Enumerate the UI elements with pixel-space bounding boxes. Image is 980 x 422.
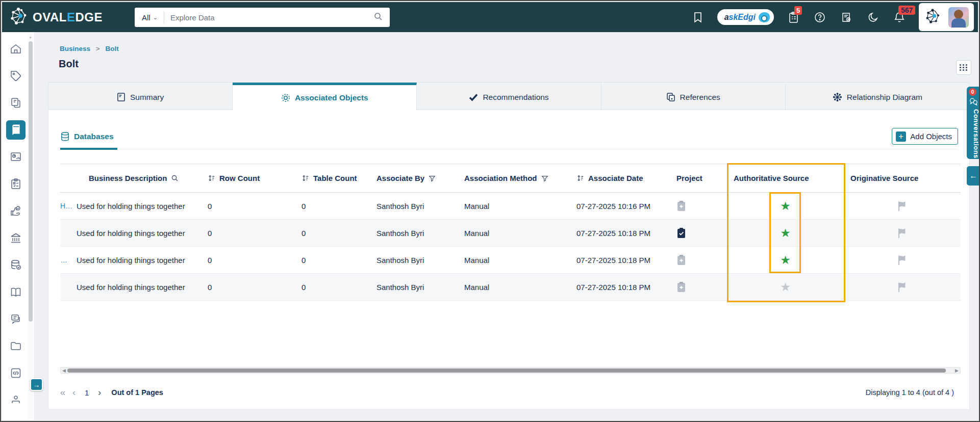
cell-association-method: Manual (458, 256, 570, 265)
authoritative-star-icon[interactable]: ★ (780, 281, 791, 293)
tab-recommendations[interactable]: Recommendations (417, 83, 601, 110)
sort-icon[interactable] (301, 174, 309, 182)
authoritative-star-icon[interactable]: ★ (780, 227, 791, 239)
first-page-button[interactable]: « (60, 388, 65, 397)
cell-associate-by: Santhosh Byri (370, 283, 458, 292)
brand-logo[interactable]: OVALEDGE (2, 6, 130, 29)
search-icon[interactable] (373, 12, 383, 23)
sidebar-item-lineage[interactable] (6, 390, 26, 410)
nine-dots-menu-button[interactable] (956, 60, 971, 75)
left-sidebar: ▲ (2, 32, 35, 420)
cell-associate-date: 07-27-2025 10:18 PM (570, 283, 670, 292)
ovaledge-mark-icon (8, 6, 29, 29)
filter-icon[interactable] (541, 175, 548, 182)
askedgi-button[interactable]: askEdgi (717, 9, 774, 25)
scroll-right-icon[interactable]: ▶ (955, 367, 959, 374)
header-originative-source[interactable]: Originative Source (844, 174, 961, 182)
header-project[interactable]: Project (670, 174, 727, 182)
cell-associate-date: 07-27-2025 10:18 PM (570, 256, 670, 265)
global-search: All⌄ (135, 8, 390, 27)
sidebar-item-projects[interactable] (6, 174, 26, 194)
breadcrumb-separator: > (96, 45, 100, 52)
cell-business-description: Used for holding things together (73, 283, 201, 292)
notifications-bell-icon[interactable]: 567 (892, 10, 907, 24)
authoritative-star-icon[interactable]: ★ (780, 200, 791, 212)
originative-flag-icon[interactable] (897, 282, 907, 293)
tab-associated-objects[interactable]: Associated Objects (233, 83, 417, 110)
help-icon[interactable] (813, 10, 827, 24)
header-associate-by[interactable]: Associate By (370, 174, 458, 182)
sidebar-expand-button[interactable]: → (30, 378, 43, 391)
header-row-count[interactable]: Row Count (201, 174, 295, 182)
tasks-clipboard-icon[interactable]: 5 (786, 10, 800, 24)
breadcrumb-business-link[interactable]: Business (60, 45, 90, 52)
release-notes-icon[interactable] (839, 10, 853, 24)
object-name-link[interactable]: H… (60, 202, 73, 210)
search-input[interactable] (164, 13, 373, 22)
sort-icon[interactable] (208, 174, 215, 182)
sidebar-item-reports[interactable] (6, 147, 26, 167)
conversations-badge: 0 (969, 88, 976, 96)
dark-mode-moon-icon[interactable] (866, 10, 880, 24)
scroll-up-icon[interactable]: ▲ (29, 35, 32, 39)
header-table-count[interactable]: Table Count (295, 174, 370, 182)
sidebar-item-business-glossary[interactable] (6, 120, 26, 140)
originative-flag-icon[interactable] (897, 255, 907, 266)
cell-associate-date: 07-27-2025 10:18 PM (570, 229, 670, 238)
conversations-panel-tab[interactable]: 0 Conversations (967, 87, 980, 159)
subtab-row: Databases + Add Objects (48, 110, 969, 154)
search-scope-dropdown[interactable]: All⌄ (135, 13, 164, 22)
sidebar-scroll-thumb[interactable] (29, 41, 33, 322)
sidebar-item-conversations[interactable] (6, 309, 26, 329)
sidebar-item-data-quality[interactable] (6, 255, 26, 275)
project-checked-icon[interactable] (676, 227, 686, 239)
header-association-method[interactable]: Association Method (458, 174, 570, 182)
sidebar-item-files[interactable] (6, 336, 26, 356)
tab-relationship-diagram[interactable]: Relationship Diagram (786, 83, 969, 110)
originative-flag-icon[interactable] (897, 228, 907, 239)
user-avatar[interactable] (948, 7, 969, 28)
add-objects-button[interactable]: + Add Objects (892, 128, 958, 145)
notifications-badge: 567 (898, 6, 915, 15)
cell-associate-date: 07-27-2025 10:16 PM (570, 202, 670, 210)
sidebar-item-governance[interactable] (6, 228, 26, 248)
sidebar-scrollbar[interactable]: ▲ (28, 33, 34, 419)
breadcrumb-bolt-link[interactable]: Bolt (105, 45, 118, 52)
prev-page-button[interactable]: ‹ (72, 388, 76, 397)
header-authoritative-source[interactable]: Authoritative Source (727, 174, 844, 182)
bookmark-icon[interactable] (691, 10, 705, 24)
hscroll-thumb[interactable] (67, 368, 946, 373)
originative-flag-icon[interactable] (897, 201, 907, 212)
next-page-button[interactable]: › (98, 388, 101, 397)
project-icon[interactable] (676, 254, 686, 266)
header-associate-date[interactable]: Associate Date (570, 174, 670, 182)
sort-icon[interactable] (576, 174, 584, 182)
sidebar-item-tags[interactable] (6, 66, 26, 86)
tab-summary[interactable]: Summary (48, 83, 233, 110)
project-icon[interactable] (676, 281, 686, 293)
header-business-description[interactable]: Business Description (73, 174, 201, 182)
account-area[interactable] (919, 3, 974, 31)
table-row: H… Used for holding things together 0 0 … (60, 193, 961, 220)
table-row: Used for holding things together 0 0 San… (60, 220, 961, 247)
object-name-link[interactable]: … (60, 256, 73, 264)
sidebar-item-templates[interactable] (6, 93, 26, 113)
project-icon[interactable] (676, 200, 686, 212)
search-icon[interactable] (171, 174, 179, 182)
sidebar-item-catalog-book[interactable] (6, 282, 26, 302)
plus-icon: + (896, 131, 906, 142)
topbar-actions: askEdgi 5 (691, 2, 974, 32)
sidebar-item-query-sheet[interactable] (6, 363, 26, 383)
subtab-databases[interactable]: Databases (60, 131, 114, 142)
sidebar-item-home[interactable] (6, 39, 26, 59)
filter-icon[interactable] (429, 175, 436, 182)
scroll-left-icon[interactable]: ◀ (62, 367, 66, 374)
topbar: OVALEDGE All⌄ askEdgi (2, 2, 978, 32)
sidebar-item-approvals[interactable] (6, 201, 26, 221)
associated-objects-icon (281, 93, 290, 102)
table-horizontal-scrollbar[interactable]: ◀ ▶ (60, 367, 961, 374)
tab-references[interactable]: References (601, 83, 786, 110)
detail-card: Summary Associated Objects Recommendatio… (48, 82, 970, 410)
conversations-collapse-button[interactable]: ← (967, 166, 980, 186)
authoritative-star-icon[interactable]: ★ (780, 254, 791, 266)
